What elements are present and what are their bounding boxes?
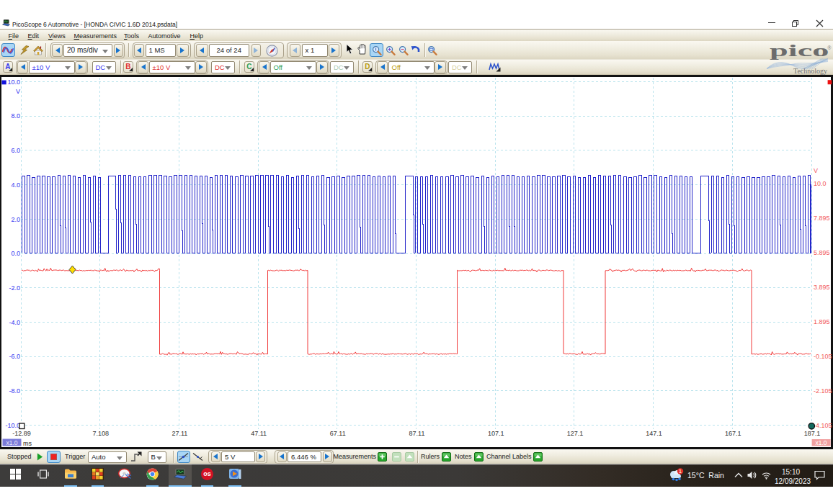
svg-text:-4.105: -4.105 — [814, 422, 832, 429]
svg-text:V: V — [814, 167, 818, 174]
svg-text:27.11: 27.11 — [172, 430, 187, 437]
svg-text:4.0: 4.0 — [11, 181, 20, 189]
svg-text:ms: ms — [23, 440, 32, 447]
svg-text:5.895: 5.895 — [814, 249, 830, 256]
svg-text:-8.0: -8.0 — [9, 387, 20, 395]
svg-text:127.1: 127.1 — [567, 430, 584, 437]
svg-text:2.0: 2.0 — [11, 216, 20, 223]
svg-text:187.1: 187.1 — [804, 430, 821, 437]
svg-text:x1.0: x1.0 — [815, 439, 827, 446]
svg-text:-12.89: -12.89 — [12, 430, 31, 437]
svg-text:10.0: 10.0 — [814, 180, 827, 187]
svg-text:1.895: 1.895 — [814, 318, 830, 325]
svg-text:10.0: 10.0 — [7, 78, 20, 86]
svg-text:-6.0: -6.0 — [9, 353, 20, 360]
svg-text:67.11: 67.11 — [330, 430, 346, 437]
svg-text:-10.0: -10.0 — [5, 422, 20, 429]
svg-text:107.1: 107.1 — [488, 430, 504, 437]
svg-text:0.0: 0.0 — [11, 250, 20, 257]
svg-text:V: V — [16, 88, 20, 95]
svg-text:47.11: 47.11 — [251, 430, 267, 437]
svg-text:8.0: 8.0 — [11, 112, 20, 120]
svg-text:-2.0: -2.0 — [9, 284, 20, 292]
svg-text:x1.0: x1.0 — [6, 439, 17, 446]
svg-text:3.895: 3.895 — [814, 284, 830, 291]
svg-text:-4.0: -4.0 — [9, 319, 20, 326]
svg-text:7.895: 7.895 — [814, 215, 830, 222]
svg-text:167.1: 167.1 — [725, 430, 741, 437]
svg-text:1: 1 — [679, 468, 682, 474]
svg-text:147.1: 147.1 — [646, 430, 662, 437]
svg-text:7.108: 7.108 — [92, 430, 109, 437]
svg-text:87.11: 87.11 — [409, 430, 425, 437]
svg-text:-0.105: -0.105 — [814, 353, 832, 360]
svg-text:6.0: 6.0 — [11, 147, 20, 154]
svg-text:-2.105: -2.105 — [814, 387, 832, 395]
